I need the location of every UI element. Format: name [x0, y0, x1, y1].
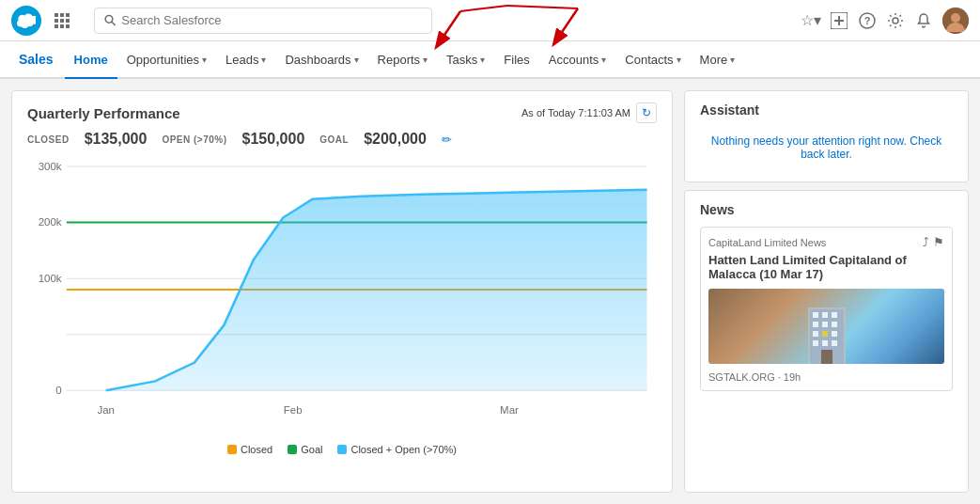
favorites-icon[interactable]: ☆▾ [801, 11, 820, 30]
svg-text:0: 0 [55, 386, 61, 397]
nav-item-leads[interactable]: Leads ▾ [216, 41, 275, 79]
svg-rect-2 [66, 13, 70, 17]
gear-icon[interactable] [886, 11, 905, 30]
chart-container: 300k 200k 100k 0 Jan Feb Mar [27, 157, 657, 460]
svg-rect-4 [60, 19, 64, 23]
svg-rect-52 [821, 350, 832, 364]
news-footer: SGTALK.ORG · 19h [708, 371, 944, 383]
metrics-row: CLOSED $135,000 OPEN (>70%) $150,000 GOA… [27, 131, 657, 148]
news-headline: Hatten Land Limited Capitaland of Malacc… [708, 253, 944, 281]
svg-rect-50 [822, 340, 828, 346]
open-label: OPEN (>70%) [162, 134, 226, 145]
chevron-icon: ▾ [354, 55, 359, 65]
svg-rect-5 [66, 19, 70, 23]
svg-rect-49 [813, 340, 818, 346]
chevron-icon: ▾ [202, 55, 207, 65]
chevron-icon: ▾ [601, 55, 606, 65]
left-panel: Quarterly Performance As of Today 7:11:0… [0, 79, 684, 504]
svg-rect-40 [813, 312, 818, 318]
nav-item-accounts[interactable]: Accounts ▾ [539, 41, 615, 79]
nav-item-home[interactable]: Home [65, 41, 117, 79]
closed-value: $135,000 [85, 131, 148, 148]
nav-item-tasks[interactable]: Tasks ▾ [437, 41, 494, 79]
help-icon[interactable]: ? [858, 11, 877, 30]
nav-item-more[interactable]: More ▾ [691, 41, 745, 79]
legend-goal: Goal [288, 444, 322, 455]
flag-icon[interactable]: ⚑ [933, 235, 944, 249]
avatar[interactable] [942, 8, 969, 34]
search-bar[interactable] [94, 8, 432, 34]
goal-label: GOAL [319, 134, 349, 145]
card-title: Quarterly Performance [27, 105, 180, 121]
as-of-container: As of Today 7:11:03 AM ↻ [521, 102, 657, 123]
add-icon[interactable] [830, 11, 848, 30]
chevron-icon: ▾ [677, 55, 681, 65]
share-icon[interactable]: ⤴ [923, 235, 929, 249]
legend-closed: Closed [227, 444, 272, 455]
nav-bar: Sales Home Opportunities ▾ Leads ▾ Dashb… [0, 41, 980, 79]
waffle-icon[interactable] [49, 8, 75, 34]
chart-legend: Closed Goal Closed + Open (>70%) [27, 444, 657, 455]
nav-wrapper: Sales Home Opportunities ▾ Leads ▾ Dashb… [0, 41, 980, 79]
svg-line-10 [112, 22, 116, 25]
assistant-title: Assistant [700, 102, 953, 118]
nav-item-dashboards[interactable]: Dashboards ▾ [275, 41, 367, 79]
svg-text:200k: 200k [39, 217, 62, 228]
closed-dot [227, 445, 237, 454]
news-item: CapitaLand Limited News ⤴ ⚑ Hatten Land … [700, 227, 953, 391]
performance-chart: 300k 200k 100k 0 Jan Feb Mar [27, 157, 657, 437]
open-dot [337, 445, 347, 454]
svg-text:100k: 100k [39, 273, 62, 284]
svg-rect-45 [832, 322, 837, 327]
legend-open: Closed + Open (>70%) [337, 444, 457, 455]
news-actions: ⤴ ⚑ [923, 235, 944, 249]
refresh-button[interactable]: ↻ [636, 102, 657, 123]
news-card: News CapitaLand Limited News ⤴ ⚑ Hatten … [684, 190, 969, 493]
goal-dot [288, 445, 297, 454]
svg-rect-0 [54, 13, 58, 17]
search-icon [104, 14, 116, 26]
assistant-message: Nothing needs your attention right now. … [700, 125, 953, 170]
assistant-card: Assistant Nothing needs your attention r… [684, 90, 969, 182]
svg-rect-6 [54, 24, 58, 28]
app-name: Sales [8, 41, 65, 77]
main-content: Quarterly Performance As of Today 7:11:0… [0, 79, 980, 504]
svg-rect-1 [60, 13, 64, 17]
svg-rect-7 [60, 24, 64, 28]
svg-rect-48 [832, 331, 837, 337]
search-input[interactable] [121, 13, 422, 27]
closed-label: CLOSED [27, 134, 70, 145]
svg-rect-43 [813, 322, 818, 327]
salesforce-logo[interactable] [11, 6, 41, 36]
svg-text:Mar: Mar [500, 404, 519, 416]
chevron-icon: ▾ [261, 55, 266, 65]
chevron-icon: ▾ [480, 55, 485, 65]
nav-item-files[interactable]: Files [494, 41, 538, 79]
bell-icon[interactable] [914, 11, 933, 30]
goal-value: $200,000 [364, 131, 427, 148]
chevron-icon: ▾ [423, 55, 428, 65]
edit-icon[interactable]: ✏ [442, 133, 452, 147]
nav-item-reports[interactable]: Reports ▾ [368, 41, 438, 79]
nav-item-opportunities[interactable]: Opportunities ▾ [117, 41, 216, 79]
svg-rect-8 [66, 24, 70, 28]
news-source: CapitaLand Limited News [708, 237, 826, 248]
nav-items: Home Opportunities ▾ Leads ▾ Dashboards … [65, 41, 745, 77]
svg-rect-47 [822, 331, 828, 337]
svg-rect-42 [832, 312, 837, 318]
svg-rect-46 [813, 331, 818, 337]
svg-text:300k: 300k [39, 161, 62, 172]
svg-text:Feb: Feb [284, 404, 303, 416]
card-header: Quarterly Performance As of Today 7:11:0… [27, 102, 657, 123]
svg-point-18 [951, 13, 960, 23]
svg-rect-3 [54, 19, 58, 23]
chevron-icon: ▾ [730, 55, 735, 65]
svg-point-16 [893, 18, 898, 24]
nav-item-contacts[interactable]: Contacts ▾ [615, 41, 690, 79]
right-panel: Assistant Nothing needs your attention r… [684, 79, 980, 504]
svg-rect-44 [822, 322, 828, 327]
top-bar-right: ☆▾ ? [801, 8, 969, 34]
svg-text:?: ? [864, 15, 871, 26]
quarterly-performance-card: Quarterly Performance As of Today 7:11:0… [11, 90, 673, 493]
svg-rect-51 [832, 340, 837, 346]
